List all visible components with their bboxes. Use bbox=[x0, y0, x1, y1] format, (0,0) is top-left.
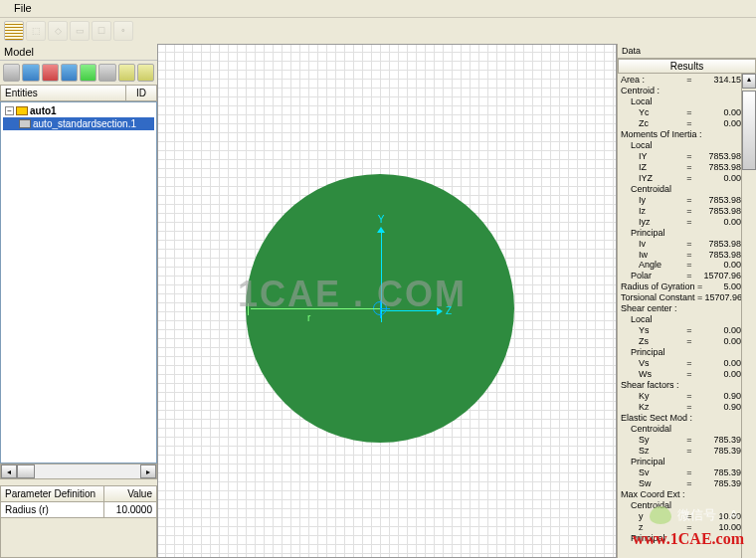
param-def-header: Parameter Definition Value bbox=[0, 485, 157, 502]
scroll-up-icon[interactable]: ▴ bbox=[742, 74, 756, 89]
result-row: Iyz=0.0000 bbox=[621, 217, 753, 228]
result-row: Sy=785.3982 bbox=[621, 435, 753, 446]
result-row: Iw=7853.9816 bbox=[621, 250, 753, 261]
model-tree[interactable]: − auto1 auto_standardsection.1 bbox=[0, 101, 157, 464]
model-toolbar bbox=[0, 61, 157, 85]
data-header: Data bbox=[618, 44, 756, 59]
section-canvas[interactable]: Y Z r 1CAE . COM bbox=[157, 44, 617, 558]
scroll-thumb[interactable] bbox=[742, 91, 756, 170]
entities-header: Entities ID bbox=[0, 85, 157, 101]
results-v-scrollbar[interactable]: ▴ bbox=[741, 74, 756, 558]
watermark-url: www.1CAE.com bbox=[633, 530, 744, 548]
model-tool-icon[interactable] bbox=[3, 64, 20, 82]
param-value[interactable]: 10.0000 bbox=[104, 502, 156, 517]
menu-file[interactable]: File bbox=[6, 0, 40, 16]
result-row: Angle=0.0000 bbox=[621, 260, 753, 271]
model-tool-icon[interactable] bbox=[98, 64, 115, 82]
wechat-icon bbox=[650, 506, 671, 524]
result-row: Torsional Constant=15707.9633 bbox=[621, 292, 753, 303]
result-row: Elastic Sect Mod : bbox=[621, 413, 753, 424]
tree-item-auto1[interactable]: − auto1 bbox=[3, 104, 154, 117]
param-label: Radius (r) bbox=[1, 502, 104, 517]
result-row: Moments Of Inertia : bbox=[621, 129, 753, 140]
scroll-right-icon[interactable]: ▸ bbox=[140, 465, 156, 478]
entities-col-id[interactable]: ID bbox=[126, 86, 156, 100]
result-row: Sz=785.3982 bbox=[621, 446, 753, 457]
result-row: Vs=0.0000 bbox=[621, 358, 753, 369]
result-row: Zc=0.0000 bbox=[621, 118, 753, 129]
result-row: Principal bbox=[621, 347, 753, 358]
result-row: Centroid : bbox=[621, 86, 753, 96]
result-row: Ky=0.9000 bbox=[621, 391, 753, 402]
tree-item-section[interactable]: auto_standardsection.1 bbox=[3, 117, 154, 130]
watermark-text: 1CAE . COM bbox=[238, 274, 467, 315]
result-row: Shear center : bbox=[621, 303, 753, 314]
result-row: Zs=0.0000 bbox=[621, 336, 753, 347]
param-row-radius[interactable]: Radius (r) 10.0000 bbox=[0, 502, 157, 518]
result-row: Kz=0.9000 bbox=[621, 402, 753, 413]
result-row: Ws=0.0000 bbox=[621, 369, 753, 380]
model-panel-header: Model bbox=[0, 44, 157, 61]
result-row: Iv=7853.9816 bbox=[621, 239, 753, 250]
wechat-watermark: 微信号：A bbox=[650, 506, 738, 524]
result-row: IZ=7853.9816 bbox=[621, 162, 753, 173]
section-icon bbox=[19, 119, 31, 128]
result-row: Ys=0.0000 bbox=[621, 325, 753, 336]
result-row: Local bbox=[621, 314, 753, 325]
app-toolbar: ⬚ ◇ ▭ ☐ ∘ bbox=[0, 18, 756, 44]
model-tool-icon[interactable] bbox=[42, 64, 59, 82]
results-header: Results bbox=[618, 59, 756, 74]
toolbar-button[interactable]: ▭ bbox=[70, 21, 90, 41]
toolbar-button[interactable]: ◇ bbox=[48, 21, 68, 41]
menu-bar: File bbox=[0, 0, 756, 18]
collapse-icon[interactable]: − bbox=[5, 106, 14, 115]
result-row: Radius of Gyration=5.0000 bbox=[621, 281, 753, 292]
results-body: Area :=314.1593Centroid :LocalYc=0.0000Z… bbox=[618, 74, 756, 558]
model-tool-icon[interactable] bbox=[137, 64, 154, 82]
result-row: Area :=314.1593 bbox=[621, 75, 753, 86]
result-row: Yc=0.0000 bbox=[621, 107, 753, 118]
model-tool-icon[interactable] bbox=[22, 64, 39, 82]
model-tool-icon[interactable] bbox=[61, 64, 78, 82]
result-row: Max Coord Ext : bbox=[621, 489, 753, 500]
grid-toggle-button[interactable] bbox=[4, 21, 24, 41]
result-row: IY=7853.9816 bbox=[621, 151, 753, 162]
result-row: Iy=7853.9816 bbox=[621, 195, 753, 206]
result-row: Centroidal bbox=[621, 424, 753, 435]
toolbar-button[interactable]: ⬚ bbox=[26, 21, 46, 41]
result-row: Polar=15707.9633 bbox=[621, 271, 753, 281]
result-row: IYZ=0.0000 bbox=[621, 173, 753, 184]
left-panel: Model Entities ID − auto1 auto_standards… bbox=[0, 44, 157, 558]
folder-icon bbox=[16, 106, 28, 115]
model-tool-icon[interactable] bbox=[118, 64, 135, 82]
scroll-left-icon[interactable]: ◂ bbox=[1, 465, 17, 478]
result-row: Sv=785.3982 bbox=[621, 467, 753, 478]
result-row: Principal bbox=[621, 457, 753, 467]
entities-col-name[interactable]: Entities bbox=[1, 86, 126, 100]
result-row: Centroidal bbox=[621, 184, 753, 195]
toolbar-button[interactable]: ∘ bbox=[113, 21, 133, 41]
param-row-empty bbox=[0, 518, 157, 558]
scroll-thumb[interactable] bbox=[17, 465, 35, 478]
model-tool-icon[interactable] bbox=[80, 64, 96, 82]
result-row: Shear factors : bbox=[621, 380, 753, 391]
result-row: Local bbox=[621, 96, 753, 107]
result-row: Iz=7853.9816 bbox=[621, 206, 753, 217]
result-row: Local bbox=[621, 140, 753, 151]
result-row: Principal bbox=[621, 228, 753, 239]
result-row: Sw=785.3982 bbox=[621, 478, 753, 489]
toolbar-button[interactable]: ☐ bbox=[92, 21, 111, 41]
results-panel: Data Results Area :=314.1593Centroid :Lo… bbox=[617, 44, 756, 558]
tree-h-scrollbar[interactable]: ◂ ▸ bbox=[0, 464, 157, 479]
